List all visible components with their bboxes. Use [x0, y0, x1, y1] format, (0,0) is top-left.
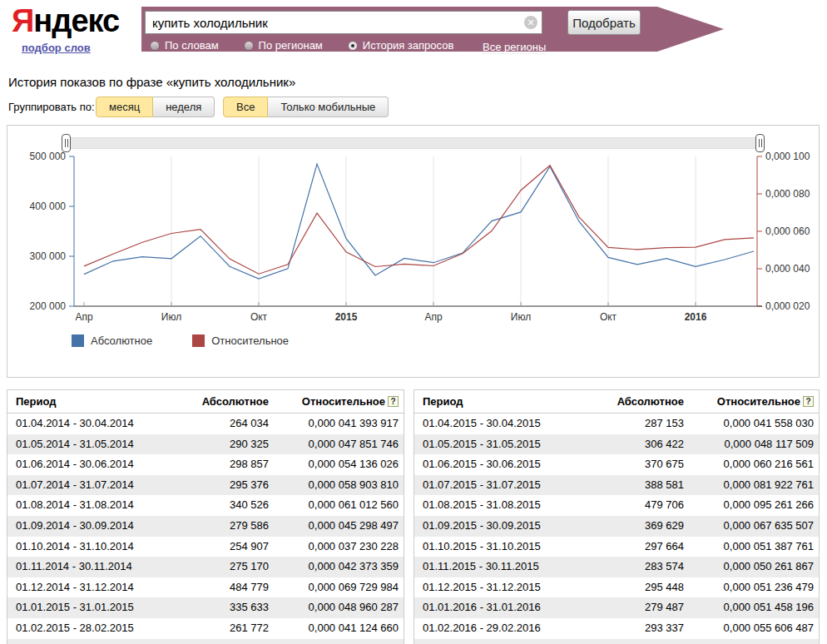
x-axis-label: Июл	[511, 311, 531, 323]
period-cell: 01.11.2015 - 30.11.2015	[423, 557, 601, 577]
absolute-cell: 297 664	[601, 537, 684, 557]
absolute-column-header: Абсолютное	[601, 395, 684, 408]
legend-item[interactable]: Относительное	[192, 334, 289, 347]
device-mobile-button[interactable]: Только мобильные	[268, 97, 389, 117]
help-icon[interactable]: ?	[388, 396, 399, 407]
table-row: 01.09.2015 - 30.09.2015369 6290,000 067 …	[414, 516, 819, 537]
table-row: 01.05.2015 - 31.05.2015306 4220,000 048 …	[414, 434, 819, 455]
group-week-button[interactable]: неделя	[153, 97, 215, 117]
absolute-column-header: Абсолютное	[186, 395, 269, 408]
period-cell: 01.06.2015 - 30.06.2015	[423, 454, 601, 475]
all-regions-link[interactable]: Все регионы	[483, 41, 546, 54]
period-cell: 01.09.2015 - 30.09.2015	[423, 516, 601, 537]
table-row: 01.05.2014 - 31.05.2014290 3250,000 047 …	[7, 434, 404, 455]
absolute-cell: 369 629	[601, 516, 684, 537]
relative-column-header: Относительное	[269, 395, 385, 408]
relative-cell: 0,000 051 236 479	[684, 577, 814, 598]
period-cell: 01.08.2015 - 31.08.2015	[423, 495, 601, 516]
relative-cell: 0,000 054 136 026	[269, 454, 399, 475]
history-chart-panel: 500 000400 000300 000200 0000,000 1000,0…	[7, 125, 820, 378]
x-axis-label: Июл	[161, 311, 181, 323]
period-cell: 01.10.2014 - 31.10.2014	[16, 537, 186, 557]
group-by-buttons: месяц неделя	[96, 97, 215, 117]
legend-swatch-icon	[192, 334, 205, 347]
absolute-cell: 484 779	[186, 577, 269, 598]
legend-item[interactable]: Абсолютное	[72, 334, 152, 347]
relative-cell: 0,000 069 729 984	[269, 577, 399, 598]
relative-cell: 0,000 048 117 509	[684, 434, 814, 455]
period-cell: 01.10.2015 - 31.10.2015	[423, 537, 601, 557]
absolute-cell: 295 376	[186, 475, 269, 496]
table-row: 01.02.2015 - 28.02.2015261 7720,000 041 …	[7, 618, 404, 639]
relative-cell: 0,000 081 922 761	[684, 475, 814, 496]
period-cell: 01.04.2015 - 30.04.2015	[423, 414, 601, 434]
absolute-cell: 370 675	[601, 454, 684, 475]
x-axis-label: Апр	[75, 311, 93, 323]
mode-by-regions[interactable]: По регионам	[244, 39, 323, 52]
period-cell: 01.04.2014 - 30.04.2014	[16, 414, 186, 434]
absolute-cell: 261 772	[186, 618, 269, 639]
wordstat-home-link[interactable]: подбор слов	[22, 42, 91, 54]
x-axis-label: 2015	[335, 311, 358, 323]
x-axis-label: Окт	[250, 311, 268, 323]
yandex-logo[interactable]: Яндекс	[12, 3, 119, 39]
period-cell: 01.11.2014 - 30.11.2014	[16, 557, 186, 577]
yandex-logo-ya: Я	[12, 3, 33, 38]
period-cell: 01.05.2014 - 31.05.2014	[16, 434, 186, 455]
search-input[interactable]	[145, 11, 542, 34]
left-axis-label: 500 000	[30, 151, 67, 162]
table-row: 01.10.2014 - 31.10.2014254 9070,000 037 …	[7, 537, 404, 557]
right-axis-label: 0,000 040	[765, 263, 810, 275]
table-row: 01.02.2016 - 29.02.2016293 3370,000 055 …	[414, 618, 819, 639]
absolute-cell: 306 422	[601, 434, 684, 455]
device-all-button[interactable]: Все	[223, 97, 268, 117]
history-line-chart: 500 000400 000300 000200 0000,000 1000,0…	[7, 126, 819, 329]
range-slider-handle-right[interactable]	[755, 134, 765, 152]
relative-cell: 0,000 055 606 487	[684, 618, 814, 639]
relative-cell: 0,000 041 393 917	[269, 414, 399, 434]
right-axis-label: 0,000 080	[765, 188, 810, 200]
group-month-button[interactable]: месяц	[96, 97, 153, 117]
absolute-cell: 283 574	[601, 557, 684, 577]
radio-icon	[244, 41, 254, 51]
relative-column-header: Относительное	[684, 395, 800, 408]
absolute-cell: 388 581	[601, 475, 684, 496]
period-cell: 01.09.2014 - 30.09.2014	[16, 516, 186, 537]
table-row: 01.07.2015 - 31.07.2015388 5810,000 081 …	[414, 475, 819, 496]
relative-cell: 0,000 047 851 746	[269, 434, 399, 455]
period-cell: 01.02.2015 - 28.02.2015	[16, 618, 186, 639]
mode-label: По словам	[165, 39, 219, 52]
table-row-partial	[414, 639, 819, 644]
legend-label: Абсолютное	[91, 334, 152, 347]
period-cell: 01.06.2014 - 30.06.2014	[16, 454, 186, 475]
right-axis-label: 0,000 020	[765, 300, 810, 312]
absolute-cell: 293 337	[601, 618, 684, 639]
relative-cell: 0,000 060 216 561	[684, 454, 814, 475]
table-row: 01.11.2014 - 30.11.2014275 1700,000 042 …	[7, 557, 404, 577]
mode-query-history[interactable]: История запросов	[348, 39, 454, 52]
absolute-cell: 290 325	[186, 434, 269, 455]
table-row: 01.04.2015 - 30.04.2015287 1530,000 041 …	[414, 414, 819, 434]
absolute-cell: 479 706	[601, 495, 684, 516]
history-table-2015-2016: ПериодАбсолютноеОтносительное?01.04.2015…	[414, 389, 820, 644]
clear-search-icon[interactable]: ✕	[524, 16, 537, 29]
absolute-cell: 287 153	[601, 414, 684, 434]
submit-button[interactable]: Подобрать	[567, 10, 641, 35]
yandex-logo-rest: ндекс	[33, 3, 119, 38]
radio-icon	[150, 41, 160, 51]
table-row: 01.06.2014 - 30.06.2014298 8570,000 054 …	[7, 454, 404, 475]
table-row-partial	[7, 639, 404, 644]
table-row: 01.09.2014 - 30.09.2014279 5860,000 045 …	[7, 516, 404, 537]
help-icon[interactable]: ?	[803, 396, 814, 407]
table-header-row: ПериодАбсолютноеОтносительное?	[7, 390, 404, 414]
table-row: 01.08.2014 - 31.08.2014340 5260,000 061 …	[7, 495, 404, 516]
relative-cell: 0,000 051 458 196	[684, 597, 814, 618]
relative-cell: 0,000 051 387 761	[684, 537, 814, 557]
absolute-cell: 298 857	[186, 454, 269, 475]
x-axis-label: 2016	[685, 311, 707, 323]
search-banner: ✕ Подобрать По словам По регионам Истори…	[141, 7, 657, 52]
absolute-cell: 279 487	[601, 597, 684, 618]
legend-label: Относительное	[211, 334, 289, 347]
range-slider-handle-left[interactable]	[62, 134, 71, 152]
mode-by-words[interactable]: По словам	[150, 39, 219, 52]
